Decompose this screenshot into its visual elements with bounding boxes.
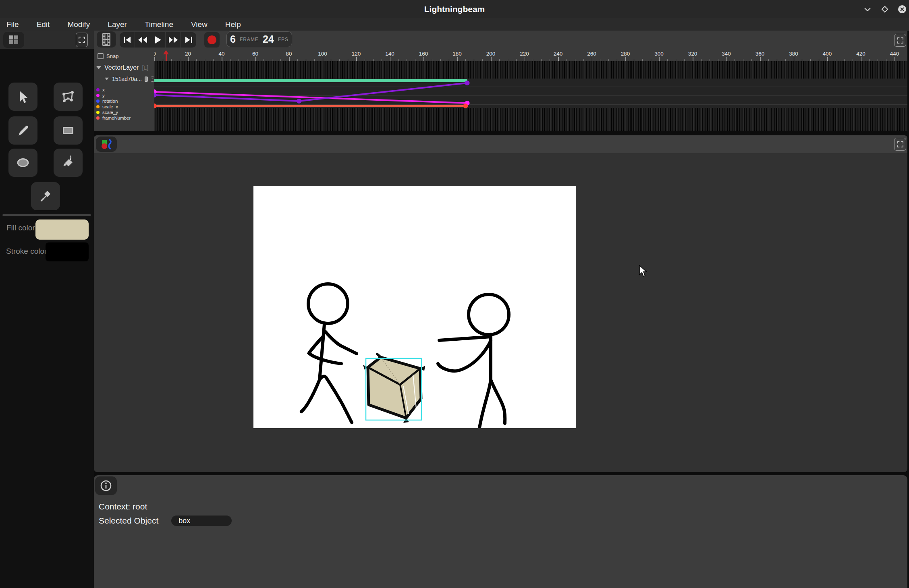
close-icon[interactable] (897, 5, 907, 14)
menu-item-timeline[interactable]: Timeline (145, 20, 173, 29)
info-icon[interactable] (95, 476, 117, 495)
tool-sidebar: Fill color: Stroke color: (0, 31, 94, 588)
ruler-label: 80 (286, 51, 292, 57)
timeline-frames-area[interactable] (154, 61, 907, 131)
ruler-label: 420 (856, 51, 865, 57)
transport-controls (120, 32, 196, 48)
rectangle-icon (60, 123, 76, 138)
eyedropper-icon (38, 188, 53, 204)
select-tool-button[interactable] (8, 83, 37, 111)
stage-canvas[interactable] (253, 186, 576, 428)
shapes-icon[interactable] (96, 137, 117, 152)
paint-bucket-tool-button[interactable] (54, 149, 83, 177)
ruler-label: 180 (452, 51, 462, 57)
stage-drawing (253, 186, 576, 428)
record-button[interactable] (204, 32, 220, 48)
selected-object-field[interactable]: box (171, 516, 232, 526)
menu-item-view[interactable]: View (191, 20, 208, 29)
keyframe-dot-frameNumber[interactable] (154, 104, 157, 108)
maximize-icon[interactable] (880, 5, 890, 14)
frame-number[interactable]: 6 (230, 33, 236, 45)
ruler-label: 340 (722, 51, 731, 57)
stick-figure-right[interactable] (438, 294, 509, 428)
ruler-label: 300 (654, 51, 664, 57)
box-drawing[interactable] (363, 354, 425, 423)
fps-number[interactable]: 24 (263, 33, 274, 45)
menu-item-edit[interactable]: Edit (37, 20, 50, 29)
property-row-y[interactable]: y (96, 93, 154, 98)
menu-item-help[interactable]: Help (225, 20, 241, 29)
menu-item-file[interactable]: File (6, 20, 19, 29)
object-name[interactable]: 151ad70a... (112, 76, 142, 82)
object-swatch-button[interactable] (145, 77, 148, 82)
ruler-label: 100 (318, 51, 327, 57)
snap-label: Snap (106, 53, 118, 59)
object-row[interactable]: 151ad70a... ~ (94, 75, 154, 83)
ruler-label: 160 (419, 51, 428, 57)
transform-tool-button[interactable] (54, 83, 83, 111)
ruler-label: 20 (185, 51, 191, 57)
object-collapse-icon[interactable] (105, 78, 109, 80)
presence-bar[interactable] (154, 79, 467, 82)
ruler-label: 380 (789, 51, 798, 57)
canvas-panel (94, 135, 907, 472)
keyframe-dot-x[interactable] (154, 93, 157, 97)
sidebar-divider (2, 214, 91, 216)
layer-row[interactable]: VectorLayer [L] (94, 62, 154, 73)
ellipse-tool-button[interactable] (8, 149, 37, 177)
property-row-frameNumber[interactable]: frameNumber (96, 115, 154, 121)
property-row-rotation[interactable]: rotation (96, 98, 154, 104)
property-row-x[interactable]: x (96, 87, 154, 93)
fast-forward-button[interactable] (166, 32, 181, 48)
property-color-dot (96, 111, 100, 114)
pencil-tool-button[interactable] (8, 116, 37, 145)
property-color-dot (96, 99, 100, 103)
property-row-scale_x[interactable]: scale_x (96, 104, 154, 110)
object-ease-button[interactable]: ~ (151, 77, 154, 82)
stroke-color-swatch[interactable] (46, 242, 89, 261)
transform-icon (60, 89, 76, 104)
property-color-dot (96, 116, 100, 120)
property-label: y (102, 93, 105, 98)
rewind-button[interactable] (135, 32, 150, 48)
layer-name[interactable]: VectorLayer (104, 64, 139, 71)
tools-grid-icon[interactable] (3, 32, 24, 48)
ruler-label: 220 (520, 51, 529, 57)
canvas-expand-icon[interactable] (894, 138, 906, 151)
ruler-label: 200 (486, 51, 496, 57)
keyframe-dot-x[interactable] (465, 81, 470, 85)
stick-figure-left[interactable] (301, 284, 357, 422)
fill-color-swatch[interactable] (35, 219, 89, 240)
play-button[interactable] (150, 32, 166, 48)
ruler-label: 140 (385, 51, 394, 57)
menu-item-layer[interactable]: Layer (108, 20, 127, 29)
eyedropper-tool-button[interactable] (31, 182, 60, 210)
mouse-cursor (639, 265, 649, 279)
timeline-panel: 6 FRAME 24 FPS 0204060801001201401601802… (94, 31, 907, 131)
property-label: frameNumber (102, 116, 131, 120)
rectangle-tool-button[interactable] (54, 116, 83, 145)
layer-collapse-icon[interactable] (96, 66, 101, 69)
menu-item-modify[interactable]: Modify (67, 20, 90, 29)
minimize-icon[interactable] (862, 5, 873, 14)
frame-counter: 6 FRAME 24 FPS (226, 31, 292, 47)
property-row-scale_y[interactable]: scale_y (96, 110, 154, 115)
skip-start-icon (123, 36, 131, 43)
ruler-label: 360 (755, 51, 765, 57)
fps-label: FPS (278, 37, 288, 42)
skip-end-button[interactable] (181, 32, 196, 48)
keyframe-dot-x[interactable] (297, 99, 301, 104)
snap-checkbox[interactable] (98, 53, 104, 59)
film-icon[interactable] (97, 31, 116, 48)
select-icon (16, 89, 30, 104)
sidebar-expand-icon[interactable] (76, 33, 88, 47)
keyframe-dot-frameNumber[interactable] (463, 104, 468, 108)
keyframe-curves[interactable] (154, 61, 907, 131)
property-color-dot (96, 88, 100, 91)
timeline-ruler[interactable]: 0204060801001201401601802002202402602803… (154, 50, 907, 61)
property-color-dot (96, 94, 100, 97)
skip-start-button[interactable] (120, 32, 135, 48)
timeline-expand-icon[interactable] (894, 34, 906, 47)
playhead[interactable] (162, 50, 170, 61)
inspector-panel: Context: root Selected Object box (94, 475, 907, 588)
